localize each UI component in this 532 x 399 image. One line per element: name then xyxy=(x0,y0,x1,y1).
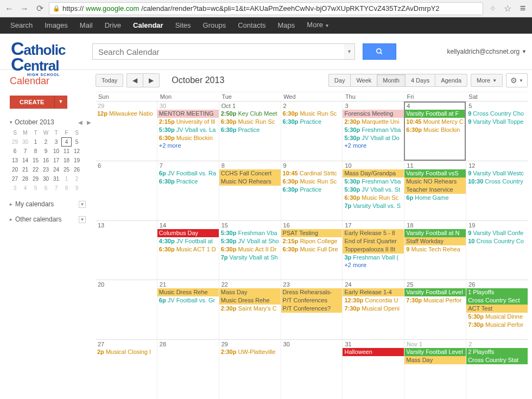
calendar-event[interactable]: 3p Freshman Vball ( xyxy=(343,254,404,262)
mini-cal-day[interactable]: 19 xyxy=(72,156,82,165)
calendar-event[interactable]: 7:30p Musical Perfor xyxy=(466,321,528,329)
calendar-event[interactable]: 2 Playoffs xyxy=(466,348,528,356)
mini-cal-day[interactable]: 7 xyxy=(51,183,61,193)
mini-cal-day[interactable]: 29 xyxy=(10,137,20,147)
calendar-event[interactable]: 6:30p Practice xyxy=(281,186,343,194)
day-cell[interactable]: 25Varsity Football Level7:30p Musical Pe… xyxy=(404,280,466,339)
calendar-event[interactable]: 5:30p Freshman Vba xyxy=(343,126,404,134)
calendar-event[interactable]: 6:30p Music ACT 1 D xyxy=(157,245,219,254)
day-cell[interactable]: 155:30p Freshman Vba5:30p JV Vball at Sh… xyxy=(219,221,281,280)
calendar-event[interactable]: 10:45 Cardinal Stritc xyxy=(281,169,343,178)
view-week[interactable]: Week xyxy=(350,74,377,87)
calendar-event[interactable]: 2:15p Ripon College xyxy=(281,237,343,245)
day-cell[interactable]: 14Columbus Day4:30p JV Football at6:30p … xyxy=(157,221,219,280)
calendar-event[interactable]: 5:30p Freshman Vba xyxy=(219,229,281,237)
calendar-event[interactable]: P/T Conferences? xyxy=(281,305,343,313)
mini-cal-day[interactable]: 7 xyxy=(20,147,30,156)
mini-cal-day[interactable]: 10 xyxy=(51,147,61,156)
day-cell[interactable]: 261 PlayoffsCross Country SectACT Test5:… xyxy=(466,280,528,339)
calendar-event[interactable]: 9 Varsity Vball Confe xyxy=(466,229,528,237)
day-cell[interactable]: 21Music Dress Rehe6p JV Football vs. Gr xyxy=(157,280,219,339)
nav-sites[interactable]: Sites xyxy=(169,17,197,34)
calendar-event[interactable]: 2:15p University of Ill xyxy=(157,118,219,126)
mini-cal-expand-icon[interactable]: ▾ xyxy=(10,119,12,125)
calendar-event[interactable]: 7:30p Musical Perfor xyxy=(404,296,466,305)
search-input[interactable] xyxy=(92,43,344,60)
calendar-event[interactable]: 5:30p JV Vball vs. La xyxy=(157,126,219,134)
nav-calendar[interactable]: Calendar xyxy=(127,17,169,34)
create-dropdown[interactable]: ▼ xyxy=(54,96,67,109)
next-button[interactable]: ▶ xyxy=(143,73,160,87)
calendar-event[interactable]: Varsity Football at F xyxy=(404,110,466,118)
calendar-event[interactable]: Cross Country Sect xyxy=(466,296,528,305)
mini-cal-day[interactable]: 4 xyxy=(61,137,72,147)
mini-cal-day[interactable]: 15 xyxy=(30,156,41,165)
day-cell[interactable]: 129 Varsity Vball Westc10:30 Cross Count… xyxy=(466,161,528,220)
mini-cal-day[interactable]: 14 xyxy=(20,156,30,165)
calendar-event[interactable]: 4:30p JV Football at xyxy=(157,237,219,245)
mini-cal-day[interactable]: 2 xyxy=(41,137,51,147)
calendar-event[interactable]: PSAT Testing xyxy=(281,229,343,237)
mini-cal-day[interactable]: 27 xyxy=(10,174,20,183)
calendar-event[interactable]: Early Release 5 - 8 xyxy=(343,229,404,237)
day-cell[interactable]: 26:30p Music Run Sc6:30p Practice xyxy=(281,102,343,161)
calendar-event[interactable]: Varsity Football Level xyxy=(404,348,466,356)
calendar-event[interactable]: Topperpalooza II 8t xyxy=(343,245,404,254)
day-cell[interactable]: 31Halloween xyxy=(342,340,404,399)
mini-cal-day[interactable]: 3 xyxy=(10,183,20,193)
day-cell[interactable]: 59 Cross Country Cho9 Varsity Vball Topp… xyxy=(466,102,528,161)
calendar-event[interactable]: Cross Country Stat xyxy=(466,356,528,364)
day-cell[interactable]: 17Early Release 5 - 8End of First Quarte… xyxy=(342,221,404,280)
calendar-event[interactable]: Columbus Day xyxy=(157,229,219,237)
day-cell[interactable]: 16PSAT Testing2:15p Ripon College6:30p M… xyxy=(281,221,343,280)
calendar-event[interactable]: 2:50p Key Club Meet xyxy=(219,110,281,118)
day-cell[interactable]: Oct 12:50p Key Club Meet6:30p Music Run … xyxy=(219,102,281,161)
day-cell[interactable]: 22Mass DayMusic Dress Rehe2:30p Saint Ma… xyxy=(219,280,281,339)
mini-cal-day[interactable]: 28 xyxy=(20,174,30,183)
mini-cal-day[interactable]: 16 xyxy=(41,156,51,165)
calendar-event[interactable]: 6:30p Practice xyxy=(281,118,343,126)
mini-cal-day[interactable]: 8 xyxy=(30,147,41,156)
calendar-event[interactable]: Early Release 1-4 xyxy=(343,288,404,296)
more-button[interactable]: More▼ xyxy=(471,74,503,87)
day-cell[interactable]: 2912p Milwaukee Natio xyxy=(96,102,157,161)
calendar-event[interactable]: 6:30p Music Act II Dr xyxy=(219,245,281,254)
calendar-event[interactable]: Dress Rehearsals- xyxy=(281,288,343,296)
nav-drive[interactable]: Drive xyxy=(99,17,127,34)
calendar-event[interactable]: 5:30p JV Vball at Sho xyxy=(219,237,281,245)
mini-cal-day[interactable]: 30 xyxy=(41,174,51,183)
calendar-event[interactable]: 6p JV Football vs. Ra xyxy=(157,169,219,178)
calendar-event[interactable]: 2p Musical Closing I xyxy=(96,348,157,356)
day-cell[interactable]: 910:45 Cardinal Stritc6:30p Music Run Sc… xyxy=(281,161,343,220)
day-cell[interactable]: 292:30p UW-Platteville xyxy=(219,340,281,399)
day-cell[interactable]: Nov 1Varsity Football LevelMass Day xyxy=(404,340,466,399)
day-cell[interactable]: 6 xyxy=(96,161,157,220)
bookmark-icon[interactable]: ✧ xyxy=(486,3,498,15)
day-cell[interactable]: 3Forensics Meeting2:30p Marquette Uni5:3… xyxy=(342,102,404,161)
section-menu[interactable]: ▼ xyxy=(79,216,86,223)
nav-mail[interactable]: Mail xyxy=(74,17,99,34)
mini-cal-day[interactable]: 12 xyxy=(72,147,82,156)
calendar-event[interactable]: 9 Varsity Vball Westc xyxy=(466,169,528,178)
view-month[interactable]: Month xyxy=(377,74,405,87)
nav-maps[interactable]: Maps xyxy=(272,17,301,34)
mini-cal-next[interactable]: ▶ xyxy=(86,119,92,125)
mini-cal-day[interactable]: 17 xyxy=(51,156,61,165)
day-cell[interactable]: 10Mass Day/Grandpa5:30p Freshman Vba5:30… xyxy=(342,161,404,220)
view-day[interactable]: Day xyxy=(328,74,351,87)
calendar-event[interactable]: Halloween xyxy=(343,348,404,356)
mini-cal-day[interactable]: 9 xyxy=(41,147,51,156)
mini-cal-day[interactable]: 13 xyxy=(10,156,20,165)
mini-cal-day[interactable]: 4 xyxy=(20,183,30,193)
calendar-event[interactable]: 5:30p Musical Dinne xyxy=(466,313,528,321)
mini-cal-day[interactable]: 8 xyxy=(61,183,72,193)
section-menu[interactable]: ▼ xyxy=(79,201,86,208)
day-cell[interactable]: 8CCHS Fall ConcertMusic NO Rehears xyxy=(219,161,281,220)
user-menu[interactable]: kellyaldrich@cchsnet.org▼ xyxy=(447,48,527,55)
day-cell[interactable]: 199 Varsity Vball Confe10 Cross Country … xyxy=(466,221,528,280)
chrome-menu-icon[interactable]: ≡ xyxy=(517,3,529,15)
day-cell[interactable]: 13 xyxy=(96,221,157,280)
sidebar-section[interactable]: ▸Other calendars▼ xyxy=(10,216,92,223)
mini-cal-day[interactable]: 25 xyxy=(61,165,72,174)
view-agenda[interactable]: Agenda xyxy=(435,74,467,87)
